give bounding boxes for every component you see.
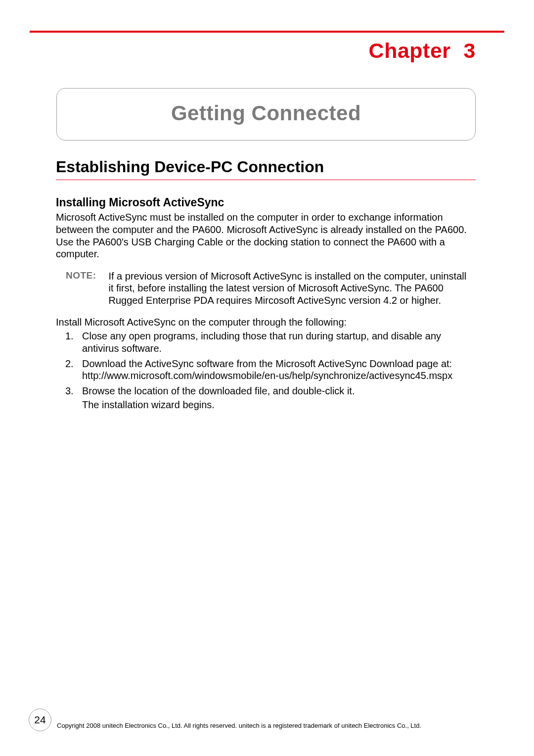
list-item: 2. Download the ActiveSync software from…	[65, 358, 476, 382]
page-number: 24	[34, 714, 45, 726]
list-item: 1. Close any open programs, including th…	[65, 330, 476, 355]
list-body: Close any open programs, including those…	[82, 330, 476, 355]
note-block: NOTE: If a previous version of Microsoft…	[66, 270, 476, 306]
install-steps-list: 1. Close any open programs, including th…	[65, 330, 476, 414]
list-subtext: The installation wizard begins.	[82, 399, 476, 411]
list-number: 2.	[65, 358, 82, 382]
list-item: 3. Browse the location of the downloaded…	[65, 385, 476, 411]
chapter-title: Getting Connected	[57, 101, 475, 125]
subsection-heading: Installing Microsoft ActiveSync	[56, 196, 224, 209]
body-paragraph: Microsoft ActiveSync must be installed o…	[56, 211, 476, 260]
chapter-heading: Chapter3	[369, 39, 476, 63]
note-label: NOTE:	[66, 270, 106, 281]
chapter-title-box: Getting Connected	[56, 88, 476, 141]
header-divider	[30, 31, 504, 33]
list-text: Browse the location of the downloaded fi…	[82, 385, 355, 396]
page-number-badge: 24	[29, 709, 51, 731]
list-body: Browse the location of the downloaded fi…	[82, 385, 476, 411]
chapter-number: 3	[464, 39, 476, 62]
list-number: 3.	[65, 385, 82, 411]
chapter-label: Chapter	[369, 39, 451, 62]
note-text: If a previous version of Microsoft Activ…	[108, 270, 473, 306]
install-intro: Install Microsoft ActiveSync on the comp…	[56, 317, 476, 328]
list-number: 1.	[65, 330, 82, 355]
section-heading: Establishing Device-PC Connection	[56, 158, 476, 180]
list-body: Download the ActiveSync software from th…	[82, 358, 476, 382]
copyright-footer: Copyright 2008 unitech Electronics Co., …	[57, 722, 504, 729]
